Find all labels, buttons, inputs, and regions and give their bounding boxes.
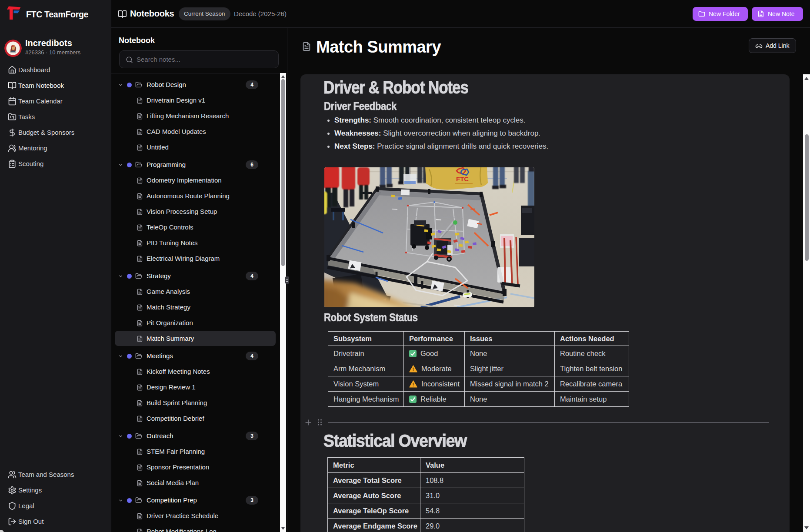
svg-text:FTC: FTC	[456, 175, 469, 183]
